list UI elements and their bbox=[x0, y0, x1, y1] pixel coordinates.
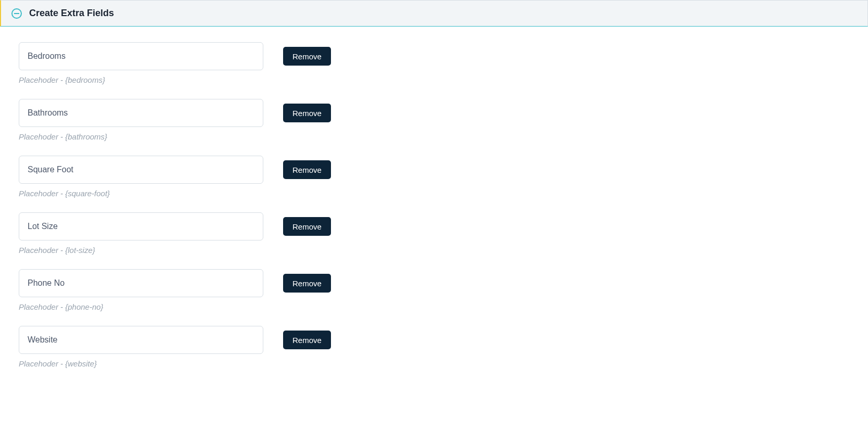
collapse-icon[interactable] bbox=[11, 8, 22, 19]
panel-title: Create Extra Fields bbox=[29, 8, 114, 19]
placeholder-hint: Placehoder - {bedrooms} bbox=[19, 75, 263, 84]
remove-button[interactable]: Remove bbox=[283, 160, 331, 179]
panel-header: Create Extra Fields bbox=[0, 0, 868, 27]
field-input-lot-size[interactable] bbox=[19, 212, 263, 240]
placeholder-hint: Placehoder - {phone-no} bbox=[19, 302, 263, 311]
placeholder-hint: Placehoder - {lot-size} bbox=[19, 246, 263, 255]
field-row: Placehoder - {phone-no} Remove bbox=[19, 269, 849, 311]
field-col: Placehoder - {bedrooms} bbox=[19, 42, 263, 84]
field-row: Placehoder - {lot-size} Remove bbox=[19, 212, 849, 255]
field-input-website[interactable] bbox=[19, 326, 263, 354]
field-input-bedrooms[interactable] bbox=[19, 42, 263, 70]
field-col: Placehoder - {phone-no} bbox=[19, 269, 263, 311]
placeholder-hint: Placehoder - {website} bbox=[19, 359, 263, 368]
remove-button[interactable]: Remove bbox=[283, 331, 331, 349]
panel-body: Placehoder - {bedrooms} Remove Placehode… bbox=[0, 27, 868, 398]
field-row: Placehoder - {bedrooms} Remove bbox=[19, 42, 849, 84]
remove-button[interactable]: Remove bbox=[283, 104, 331, 122]
field-input-bathrooms[interactable] bbox=[19, 99, 263, 127]
field-col: Placehoder - {bathrooms} bbox=[19, 99, 263, 141]
field-input-square-foot[interactable] bbox=[19, 156, 263, 184]
field-input-phone-no[interactable] bbox=[19, 269, 263, 297]
placeholder-hint: Placehoder - {square-foot} bbox=[19, 189, 263, 198]
create-extra-fields-panel: Create Extra Fields Placehoder - {bedroo… bbox=[0, 0, 868, 398]
field-col: Placehoder - {square-foot} bbox=[19, 156, 263, 198]
field-col: Placehoder - {website} bbox=[19, 326, 263, 368]
field-row: Placehoder - {website} Remove bbox=[19, 326, 849, 368]
field-row: Placehoder - {bathrooms} Remove bbox=[19, 99, 849, 141]
field-row: Placehoder - {square-foot} Remove bbox=[19, 156, 849, 198]
remove-button[interactable]: Remove bbox=[283, 217, 331, 236]
field-col: Placehoder - {lot-size} bbox=[19, 212, 263, 255]
remove-button[interactable]: Remove bbox=[283, 274, 331, 293]
remove-button[interactable]: Remove bbox=[283, 47, 331, 66]
placeholder-hint: Placehoder - {bathrooms} bbox=[19, 132, 263, 141]
